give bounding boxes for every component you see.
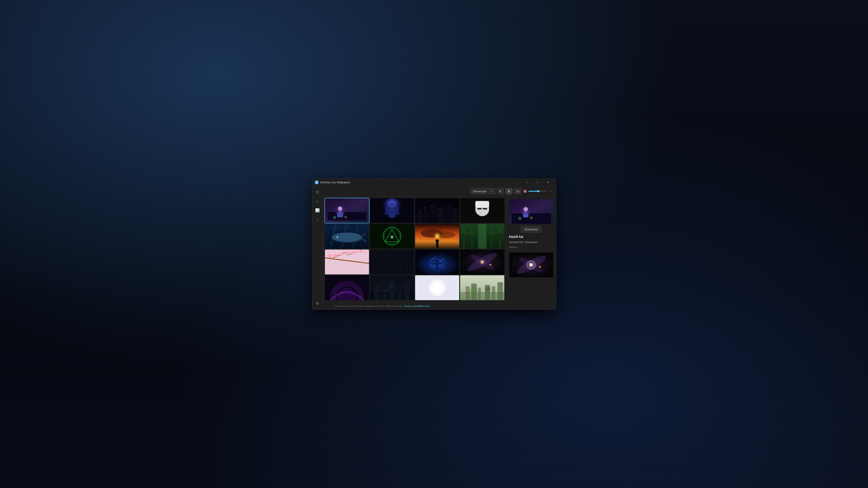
svg-point-131 bbox=[482, 262, 483, 263]
wallpaper-item-11[interactable] bbox=[415, 250, 459, 274]
svg-point-159 bbox=[434, 285, 440, 290]
rate-display: 1x bbox=[514, 188, 521, 194]
settings-icon: ⚙ bbox=[316, 301, 319, 305]
monitor-icon: 🖥 bbox=[507, 189, 510, 193]
sidebar-menu-button[interactable]: ☰ bbox=[313, 188, 321, 196]
wallpaper-item-2[interactable] bbox=[370, 198, 414, 223]
uploaded-by-value: hayatpower bbox=[525, 241, 538, 243]
source-link[interactable]: Source bbox=[509, 246, 553, 249]
svg-rect-87 bbox=[325, 250, 369, 274]
preview-video-thumbnail[interactable] bbox=[509, 253, 553, 277]
sidebar: ☰ ⌂ 📊 ☆ ⚙ bbox=[312, 187, 323, 310]
wallpaper-item-9[interactable] bbox=[325, 250, 369, 274]
footer-text: Choose from our best live wallpapers for… bbox=[335, 305, 404, 307]
close-button[interactable]: ✕ bbox=[543, 178, 553, 186]
app-icon: 🖼 bbox=[315, 181, 318, 184]
svg-rect-85 bbox=[478, 224, 486, 249]
sidebar-favorites-button[interactable]: ☆ bbox=[313, 216, 321, 224]
svg-point-139 bbox=[490, 264, 491, 266]
wallpaper-item-14[interactable] bbox=[370, 275, 414, 300]
wallpaper-title: küçük kız bbox=[509, 235, 553, 238]
svg-point-132 bbox=[465, 254, 466, 254]
svg-rect-124 bbox=[432, 263, 435, 264]
svg-rect-153 bbox=[389, 286, 395, 287]
svg-point-103 bbox=[349, 268, 350, 270]
wallpaper-item-15[interactable] bbox=[415, 275, 459, 300]
sidebar-stats-button[interactable]: 📊 bbox=[313, 206, 321, 215]
play-button[interactable] bbox=[527, 260, 536, 269]
svg-point-169 bbox=[485, 286, 490, 292]
svg-rect-150 bbox=[396, 282, 402, 300]
wallpaper-item-13[interactable] bbox=[325, 275, 369, 300]
svg-rect-152 bbox=[381, 291, 388, 291]
uploaded-by-label: Uploaded By: bbox=[509, 241, 524, 243]
svg-point-71 bbox=[435, 239, 439, 243]
minimize-button[interactable]: — bbox=[522, 178, 532, 186]
svg-point-74 bbox=[435, 235, 439, 238]
volume-thumb[interactable] bbox=[537, 190, 539, 192]
svg-point-93 bbox=[328, 254, 330, 256]
sidebar-home-button[interactable]: ⌂ bbox=[313, 197, 321, 205]
svg-rect-1 bbox=[328, 212, 366, 220]
svg-point-97 bbox=[347, 250, 350, 254]
volume-slider[interactable] bbox=[528, 191, 547, 192]
app-window: 🖼 Desktop Live Wallpapers — □ ✕ ☰ ⌂ 📊 ☆ bbox=[312, 178, 556, 310]
svg-rect-125 bbox=[439, 263, 442, 264]
svg-point-177 bbox=[518, 217, 522, 220]
title-bar: 🖼 Desktop Live Wallpapers — □ ✕ bbox=[312, 179, 556, 187]
wallpaper-uploaded-by: Uploaded By: hayatpower bbox=[509, 241, 553, 243]
title-bar-controls: — □ ✕ bbox=[522, 178, 553, 186]
pause-button[interactable]: ⏸ bbox=[497, 188, 504, 194]
svg-rect-33 bbox=[415, 198, 459, 223]
svg-rect-72 bbox=[436, 243, 438, 248]
wallpaper-item-3[interactable] bbox=[415, 198, 459, 223]
toolbar: Showcase ▾ ⏸ 🖥 1x 🔇 ··· bbox=[323, 187, 556, 196]
sidebar-bottom: ⚙ bbox=[313, 299, 321, 310]
sidebar-settings-button[interactable]: ⚙ bbox=[313, 299, 321, 307]
svg-point-100 bbox=[359, 250, 363, 253]
favorites-icon: ☆ bbox=[316, 217, 319, 222]
showcase-label: Showcase bbox=[473, 190, 486, 193]
wallpaper-item-5[interactable] bbox=[325, 224, 369, 249]
svg-rect-123 bbox=[435, 262, 439, 269]
svg-point-9 bbox=[344, 216, 347, 218]
svg-point-168 bbox=[470, 287, 477, 294]
play-triangle-icon bbox=[530, 263, 533, 267]
wallpaper-item-7[interactable] bbox=[415, 224, 459, 249]
svg-point-138 bbox=[490, 251, 491, 251]
wallpaper-grid: ✦✦✦✦✦✦ bbox=[323, 196, 506, 303]
wallpaper-item-10[interactable] bbox=[370, 250, 414, 274]
svg-point-94 bbox=[334, 254, 338, 257]
wallpaper-item-16[interactable] bbox=[460, 275, 504, 300]
stats-icon: 📊 bbox=[315, 208, 320, 213]
svg-rect-167 bbox=[460, 292, 504, 300]
svg-rect-147 bbox=[374, 285, 379, 300]
volume-fill bbox=[528, 191, 538, 192]
svg-rect-15 bbox=[395, 208, 399, 215]
footer-source-link[interactable]: Source: Ani-Motion.net bbox=[404, 305, 429, 307]
home-icon: ⌂ bbox=[316, 199, 318, 203]
wallpaper-item-1[interactable] bbox=[325, 198, 369, 223]
svg-point-3 bbox=[338, 206, 342, 211]
svg-point-96 bbox=[343, 251, 345, 254]
svg-point-95 bbox=[339, 252, 343, 256]
wallpaper-item-6[interactable]: ✦✦✦✦✦✦ bbox=[370, 224, 414, 249]
right-panel: Download küçük kız Uploaded By: hayatpow… bbox=[506, 196, 556, 303]
wallpaper-item-12[interactable] bbox=[460, 250, 504, 274]
volume-icon: 🔇 bbox=[523, 189, 527, 193]
svg-rect-44 bbox=[475, 201, 489, 208]
svg-point-99 bbox=[355, 251, 358, 253]
svg-rect-14 bbox=[385, 208, 389, 215]
svg-point-173 bbox=[523, 207, 528, 211]
restore-button[interactable]: □ bbox=[532, 178, 543, 186]
showcase-dropdown[interactable]: Showcase ▾ bbox=[470, 188, 495, 194]
svg-point-104 bbox=[360, 266, 362, 269]
pause-icon: ⏸ bbox=[499, 189, 502, 193]
wallpaper-item-8[interactable] bbox=[460, 224, 504, 249]
more-button[interactable]: ··· bbox=[548, 189, 553, 193]
content-area: Showcase ▾ ⏸ 🖥 1x 🔇 ··· bbox=[323, 187, 556, 310]
app-title: Desktop Live Wallpapers bbox=[320, 181, 350, 184]
monitor-button[interactable]: 🖥 bbox=[505, 188, 513, 194]
wallpaper-item-4[interactable] bbox=[460, 198, 504, 223]
download-button[interactable]: Download bbox=[521, 226, 541, 233]
